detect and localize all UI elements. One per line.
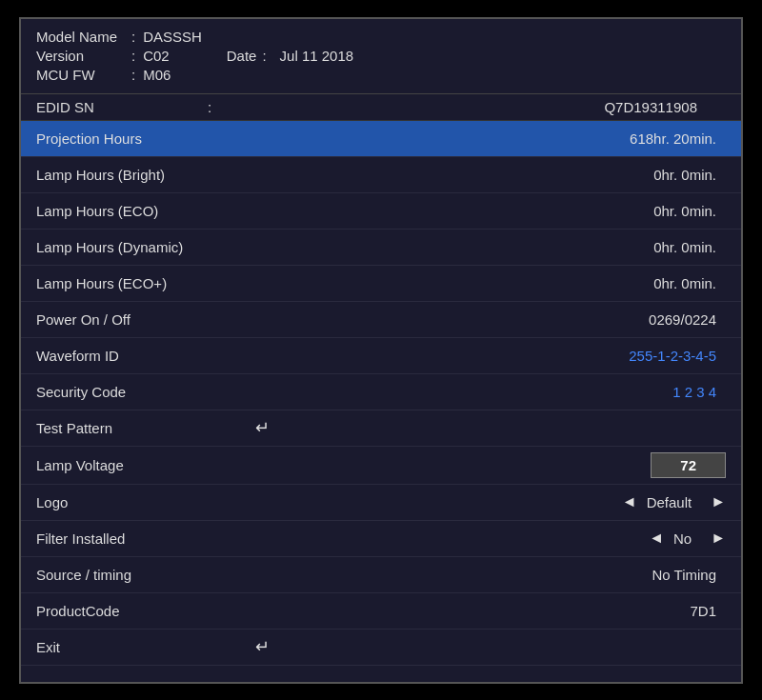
model-name-row: Model Name : DASSSH <box>36 29 726 45</box>
data-row-lamp-hours-dynamic: Lamp Hours (Dynamic)0hr. 0min. <box>21 230 741 266</box>
left-arrow-filter-installed[interactable]: ◄ <box>649 530 664 547</box>
mcu-colon: : <box>131 67 135 83</box>
right-arrow-logo[interactable]: ► <box>711 493 726 510</box>
data-row-lamp-hours-eco-plus: Lamp Hours (ECO+)0hr. 0min. <box>21 266 741 302</box>
data-row-lamp-voltage: Lamp Voltage72 <box>21 447 741 485</box>
row-label-source-timing: Source / timing <box>36 567 246 583</box>
date-section: Date : Jul 11 2018 <box>227 48 353 64</box>
mcu-label: MCU FW <box>36 67 131 83</box>
data-row-source-timing: Source / timingNo Timing <box>21 557 741 593</box>
row-value-power-on-off: 0269/0224 <box>649 311 726 328</box>
data-row-product-code: ProductCode7D1 <box>21 593 741 630</box>
header-section: Model Name : DASSSH Version : C02 Date :… <box>21 19 741 94</box>
row-label-lamp-hours-bright: Lamp Hours (Bright) <box>36 167 246 183</box>
row-label-logo: Logo <box>36 494 246 510</box>
edid-value: Q7D19311908 <box>604 99 726 115</box>
row-value-lamp-hours-eco-plus: 0hr. 0min. <box>653 275 726 291</box>
row-label-lamp-voltage: Lamp Voltage <box>36 457 246 473</box>
data-row-waveform-id: Waveform ID255-1-2-3-4-5 <box>21 338 741 374</box>
main-screen: Model Name : DASSSH Version : C02 Date :… <box>19 17 743 684</box>
row-value-source-timing: No Timing <box>652 567 726 583</box>
right-arrow-filter-installed[interactable]: ► <box>711 530 726 547</box>
data-row-exit[interactable]: Exit↵ <box>21 630 741 666</box>
row-label-projection-hours: Projection Hours <box>36 130 246 147</box>
row-label-lamp-hours-eco-plus: Lamp Hours (ECO+) <box>36 275 246 291</box>
row-value-waveform-id: 255-1-2-3-4-5 <box>629 348 726 364</box>
model-name-label: Model Name <box>36 29 131 45</box>
row-label-lamp-hours-dynamic: Lamp Hours (Dynamic) <box>36 239 246 255</box>
row-label-filter-installed: Filter Installed <box>36 530 246 547</box>
row-value-lamp-hours-bright: 0hr. 0min. <box>653 167 726 183</box>
row-label-power-on-off: Power On / Off <box>36 311 246 328</box>
model-name-colon: : <box>131 29 135 45</box>
mcu-row: MCU FW : M06 <box>36 67 726 83</box>
row-label-security-code: Security Code <box>36 384 246 400</box>
enter-arrow-exit[interactable]: ↵ <box>255 636 270 657</box>
row-value-filter-installed: No <box>673 530 701 547</box>
data-row-lamp-hours-bright: Lamp Hours (Bright)0hr. 0min. <box>21 157 741 193</box>
row-value-security-code: 1 2 3 4 <box>672 384 726 400</box>
row-label-test-pattern: Test Pattern <box>36 420 246 436</box>
data-rows-container: Projection Hours618hr. 20min.Lamp Hours … <box>21 121 741 682</box>
row-label-waveform-id: Waveform ID <box>36 348 246 364</box>
row-label-lamp-hours-eco: Lamp Hours (ECO) <box>36 203 246 219</box>
version-row: Version : C02 Date : Jul 11 2018 <box>36 48 726 64</box>
data-row-projection-hours: Projection Hours618hr. 20min. <box>21 121 741 157</box>
row-value-lamp-hours-eco: 0hr. 0min. <box>653 203 726 219</box>
data-row-logo[interactable]: Logo◄Default► <box>21 485 741 521</box>
data-row-security-code: Security Code1 2 3 4 <box>21 374 741 410</box>
mcu-value: M06 <box>143 67 170 83</box>
version-value: C02 <box>143 48 170 64</box>
data-row-power-on-off: Power On / Off0269/0224 <box>21 302 741 338</box>
row-value-projection-hours: 618hr. 20min. <box>630 130 726 147</box>
date-value: Jul 11 2018 <box>280 48 354 64</box>
row-value-product-code: 7D1 <box>690 603 726 619</box>
left-arrow-logo[interactable]: ◄ <box>622 493 637 510</box>
row-label-exit: Exit <box>36 639 246 655</box>
row-value-lamp-hours-dynamic: 0hr. 0min. <box>653 239 726 255</box>
date-label: Date <box>227 48 257 64</box>
edid-row: EDID SN : Q7D19311908 <box>21 94 741 121</box>
row-label-product-code: ProductCode <box>36 603 246 619</box>
date-colon: : <box>262 48 266 64</box>
row-value-lamp-voltage: 72 <box>651 452 726 478</box>
row-value-logo: Default <box>647 494 702 510</box>
version-colon: : <box>131 48 135 64</box>
data-row-lamp-hours-eco: Lamp Hours (ECO)0hr. 0min. <box>21 193 741 230</box>
edid-colon: : <box>208 99 211 115</box>
data-row-filter-installed[interactable]: Filter Installed◄No► <box>21 521 741 557</box>
edid-label: EDID SN <box>36 99 208 115</box>
model-name-value: DASSSH <box>143 29 202 45</box>
data-row-test-pattern[interactable]: Test Pattern↵ <box>21 410 741 447</box>
version-label: Version <box>36 48 131 64</box>
enter-arrow-test-pattern[interactable]: ↵ <box>255 417 270 438</box>
